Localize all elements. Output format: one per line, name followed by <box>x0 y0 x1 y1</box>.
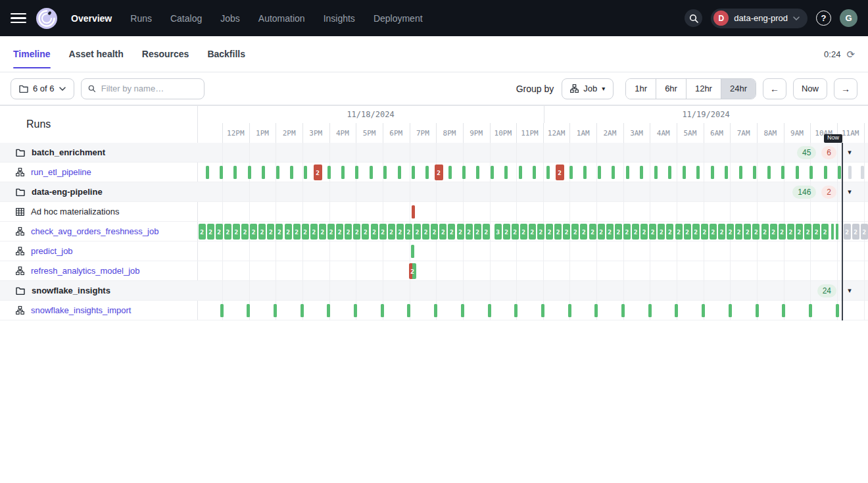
run-mark[interactable]: 2 <box>520 224 527 240</box>
run-mark[interactable]: 2 <box>379 224 387 240</box>
row-label[interactable]: snowflake_insights_import <box>31 305 131 315</box>
run-mark[interactable]: 2 <box>606 224 614 240</box>
run-mark[interactable]: 2 <box>302 224 309 240</box>
refresh-icon[interactable]: ⟳ <box>846 49 855 59</box>
run-mark[interactable]: 2 <box>718 224 725 240</box>
run-mark[interactable]: 2 <box>649 224 656 240</box>
expand-caret[interactable]: ▾ <box>844 182 855 201</box>
run-mark[interactable] <box>648 304 652 317</box>
range-24hr[interactable]: 24hr <box>721 79 756 99</box>
name-filter-input[interactable] <box>100 83 197 94</box>
run-mark[interactable] <box>434 304 437 317</box>
run-mark[interactable]: 2 <box>207 224 214 240</box>
tab-resources[interactable]: Resources <box>142 36 189 72</box>
run-mark[interactable] <box>824 166 827 179</box>
run-mark[interactable]: 2 <box>563 224 570 240</box>
row-label[interactable]: refresh_analytics_model_job <box>31 266 139 276</box>
run-mark[interactable]: 2 <box>727 224 734 240</box>
run-mark[interactable]: 2 <box>310 224 318 240</box>
run-mark[interactable] <box>739 166 742 179</box>
run-mark[interactable]: 2 <box>414 224 421 240</box>
run-mark[interactable] <box>861 166 864 179</box>
run-mark[interactable]: 2 <box>796 224 803 240</box>
group-row-label[interactable]: snowflake_insights <box>16 281 110 300</box>
run-mark[interactable]: 2 <box>861 224 868 240</box>
run-mark[interactable] <box>262 166 265 179</box>
repo-selector-button[interactable]: 6 of 6 <box>11 78 74 99</box>
expand-caret[interactable]: ▾ <box>844 281 855 300</box>
run-mark[interactable] <box>220 166 223 179</box>
run-mark[interactable]: 2 <box>675 224 683 240</box>
run-mark[interactable]: 2 <box>744 224 751 240</box>
run-mark[interactable]: 2 <box>632 224 639 240</box>
run-mark[interactable]: 2 <box>580 224 587 240</box>
run-mark[interactable]: 2 <box>615 224 622 240</box>
run-mark[interactable] <box>233 166 237 179</box>
run-mark[interactable]: 2 <box>258 224 266 240</box>
run-mark[interactable]: 2 <box>435 165 443 180</box>
run-mark[interactable] <box>541 304 544 317</box>
run-mark[interactable] <box>354 304 357 317</box>
run-mark[interactable]: 2 <box>448 224 455 240</box>
run-mark[interactable] <box>448 166 452 179</box>
run-mark[interactable] <box>809 304 812 317</box>
run-mark[interactable]: 2 <box>503 224 510 240</box>
run-mark[interactable] <box>621 304 625 317</box>
run-mark[interactable] <box>412 205 415 218</box>
run-mark[interactable] <box>301 304 304 317</box>
run-mark[interactable]: 2 <box>371 224 378 240</box>
run-mark[interactable] <box>533 166 536 179</box>
run-mark[interactable] <box>327 166 331 179</box>
run-mark[interactable] <box>461 304 464 317</box>
range-6hr[interactable]: 6hr <box>656 79 686 99</box>
help-button[interactable]: ? <box>816 11 831 26</box>
run-mark[interactable]: 2 <box>684 224 691 240</box>
range-12hr[interactable]: 12hr <box>686 79 721 99</box>
run-mark[interactable] <box>594 304 598 317</box>
run-mark[interactable]: 2 <box>362 224 369 240</box>
run-mark[interactable] <box>838 166 841 179</box>
run-mark[interactable] <box>753 166 756 179</box>
run-mark[interactable] <box>462 166 466 179</box>
run-mark[interactable] <box>370 166 373 179</box>
run-mark[interactable] <box>491 166 494 179</box>
run-mark[interactable]: 2 <box>483 224 490 240</box>
run-mark[interactable] <box>569 166 573 179</box>
run-mark[interactable] <box>781 166 784 179</box>
run-mark[interactable] <box>476 166 479 179</box>
run-mark[interactable]: 2 <box>666 224 673 240</box>
run-mark[interactable] <box>675 304 678 317</box>
run-mark[interactable]: 2 <box>598 224 605 240</box>
run-mark[interactable] <box>407 304 410 317</box>
run-mark[interactable]: 2 <box>813 224 820 240</box>
run-mark[interactable] <box>836 304 839 317</box>
run-mark[interactable]: 2 <box>761 224 769 240</box>
nav-item-deployment[interactable]: Deployment <box>374 13 423 24</box>
run-mark[interactable] <box>290 166 293 179</box>
expand-caret[interactable]: ▾ <box>844 143 855 162</box>
run-mark[interactable] <box>206 166 209 179</box>
run-mark[interactable] <box>583 166 587 179</box>
run-mark[interactable]: 2 <box>336 224 343 240</box>
group-row-label[interactable]: batch_enrichment <box>16 143 105 162</box>
run-mark[interactable]: 2 <box>779 224 786 240</box>
run-mark[interactable] <box>836 224 838 240</box>
run-mark[interactable]: 2 <box>388 224 395 240</box>
run-mark[interactable] <box>612 166 615 179</box>
nav-item-insights[interactable]: Insights <box>324 13 355 24</box>
run-mark[interactable] <box>756 304 759 317</box>
run-mark[interactable] <box>304 166 307 179</box>
job-row-label[interactable]: check_avg_orders_freshness_job <box>16 222 158 241</box>
run-mark[interactable]: 2 <box>546 224 553 240</box>
run-mark[interactable]: 2 <box>199 224 206 240</box>
jump-to-now-button[interactable]: Now <box>793 78 827 99</box>
run-mark[interactable]: 2 <box>439 224 446 240</box>
tab-asset-health[interactable]: Asset health <box>69 36 124 72</box>
run-mark[interactable]: 2 <box>735 224 742 240</box>
run-mark[interactable] <box>654 166 658 179</box>
group-by-dropdown[interactable]: Job ▾ <box>562 78 614 99</box>
page-back-button[interactable]: ← <box>763 78 786 99</box>
run-mark[interactable] <box>782 304 785 317</box>
run-mark[interactable] <box>248 166 251 179</box>
run-mark[interactable] <box>668 166 671 179</box>
